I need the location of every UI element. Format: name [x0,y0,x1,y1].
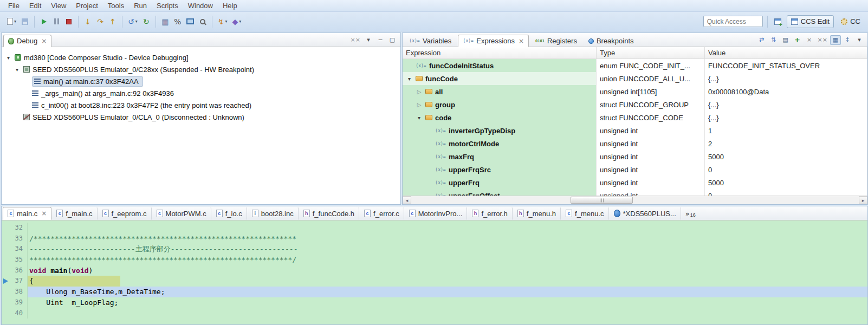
breakpoint-margin[interactable] [2,244,10,255]
expression-row[interactable]: (x)=motorCtrlModeunsigned int2 [403,137,867,150]
tree-collapse-arrow-icon[interactable]: ▾ [14,67,21,73]
expression-row[interactable]: ▷allunsigned int[1105]0x00008100@Data [403,85,867,98]
breakpoint-margin[interactable] [2,255,10,265]
view-menu-button[interactable]: ▾ [854,35,865,45]
tree-expand-arrow-icon[interactable]: ▷ [416,102,423,108]
menu-view[interactable]: View [46,1,71,11]
expression-row[interactable]: ▾funcCodeunion FUNCCODE_ALL_U...{...} [403,72,867,85]
menu-project[interactable]: Project [71,1,102,11]
close-icon[interactable]: × [41,37,47,45]
editor-tab-main-c[interactable]: cmain.c× [3,207,51,220]
expression-row[interactable]: (x)=funcCodeInitStatusenum FUNC_CODE_INI… [403,59,867,72]
expression-row[interactable]: ▾codestruct FUNCCODE_CODE{...} [403,111,867,124]
reset-cpu-button[interactable]: ↺▾ [126,15,140,28]
editor-tab-f-eeprom-c[interactable]: cf_eeprom.c [98,207,152,220]
tab-expressions[interactable]: (x)=Expressions× [458,35,529,47]
breakpoint-margin[interactable] [2,297,10,308]
editor-tab-f-menu-c[interactable]: cf_menu.c [561,207,608,220]
perspective-ccs-edit-button[interactable]: CCS Edit [787,15,834,28]
editor-tab-f-main-c[interactable]: cf_main.c [51,207,97,220]
close-icon[interactable]: × [41,210,47,217]
view-menu-button[interactable]: ▾ [363,35,374,45]
zoom-button[interactable] [197,15,209,28]
debug-tree-item[interactable]: ▾md380 [Code Composer Studio - Device De… [2,51,400,63]
memory-view-button[interactable]: ▦ [159,15,171,28]
step-into-button[interactable]: ↓ [82,15,94,28]
open-perspective-button[interactable] [772,15,784,28]
step-return-button[interactable]: ↑ [107,15,119,28]
new-file-button[interactable]: ▾ [5,15,18,28]
breakpoint-margin[interactable] [2,276,10,287]
scrollbar-thumb[interactable] [571,197,633,204]
debug-tree-item[interactable]: ▾SEED XDS560PLUS Emulator_0/C28xx (Suspe… [2,63,400,75]
editor-tab-motorinvpro-[interactable]: cMotorInvPro... [404,207,468,220]
editor-tab-motorpwm-c[interactable]: cMotorPWM.c [152,207,211,220]
menu-tools[interactable]: Tools [103,1,129,11]
scroll-left-button[interactable]: ◂ [403,196,411,204]
column-header-expression[interactable]: Expression [403,47,597,58]
editor-tab-f-io-c[interactable]: cf_io.c [211,207,247,220]
code-line[interactable]: 36void main(void) [2,265,867,276]
column-header-value[interactable]: Value [705,47,867,58]
save-button[interactable] [19,15,31,28]
remove-expression-button[interactable]: × [804,35,815,45]
code-line[interactable]: 39 Uint m_LoopFlag; [2,297,867,308]
menu-run[interactable]: Run [129,1,152,11]
breakpoint-margin[interactable] [2,287,10,297]
step-over-button[interactable]: ↷ [94,15,106,28]
code-line[interactable]: 33/*************************************… [2,233,867,244]
code-line[interactable]: 40 [2,308,867,319]
breakpoint-margin[interactable] [2,265,10,276]
editor-tab-boot28-inc[interactable]: iboot28.inc [247,207,299,220]
quick-access-input[interactable] [703,16,763,27]
screen-capture-button[interactable] [184,15,196,28]
editor-tab-f-funccode-h[interactable]: hf_funcCode.h [299,207,359,220]
remove-all-terminated-button[interactable]: ×× [349,35,362,45]
profile-button[interactable]: % [172,15,184,28]
debug-tree-item[interactable]: c_int00() at boot28.inc:223 0x3F47F2 (th… [2,99,400,111]
suspend-button[interactable] [50,15,62,28]
breakpoint-margin[interactable] [2,308,10,319]
debug-tree-item[interactable]: _args_main() at args_main.c:92 0x3F4936 [2,87,400,99]
debug-tree-item[interactable]: SEED XDS560PLUS Emulator_0/CLA_0 (Discon… [2,111,400,123]
breakpoint-margin[interactable] [2,233,10,244]
close-icon[interactable]: × [519,37,524,45]
menu-edit[interactable]: Edit [24,1,46,11]
code-line[interactable]: 37{ [2,276,867,287]
perspective-ccs-debug-button-clipped[interactable]: CC [837,15,865,28]
collapse-all-button[interactable]: ▤ [780,35,791,45]
menu-help[interactable]: Help [218,1,242,11]
tree-expand-arrow-icon[interactable]: ▷ [416,89,423,95]
maximize-button[interactable]: ▢ [387,35,398,45]
minimize-button[interactable]: − [375,35,386,45]
editor-tab-f-error-c[interactable]: cf_error.c [359,207,404,220]
tab-overflow-indicator[interactable]: »16 [685,210,696,220]
tree-collapse-arrow-icon[interactable]: ▾ [5,55,12,61]
menu-scripts[interactable]: Scripts [152,1,183,11]
tab-registers[interactable]: 0101Registers [530,35,582,47]
expression-row[interactable]: (x)=upperFrqSrcunsigned int0 [403,163,867,176]
editor-tab-f-menu-h[interactable]: hf_menu.h [513,207,561,220]
tree-collapse-arrow-icon[interactable]: ▾ [416,115,423,121]
menu-window[interactable]: Window [183,1,218,11]
add-expression-button[interactable]: + [792,35,803,45]
tab-breakpoints[interactable]: Breakpoints [584,35,639,47]
expression-row[interactable]: (x)=upperFrqunsigned int5000 [403,176,867,189]
show-details-pane-button[interactable]: ▦ [830,35,841,45]
show-type-names-button[interactable]: ⇄ [756,35,767,45]
horizontal-scrollbar[interactable]: ◂ ▸ [403,196,867,204]
tools-button[interactable]: ◆▾ [230,15,244,28]
column-header-type[interactable]: Type [597,47,705,58]
expression-row[interactable]: (x)=upperFrqOffsetunsigned int0 [403,189,867,196]
debug-tree-item[interactable]: main() at main.c:37 0x3F42AA [2,75,400,87]
expression-row[interactable]: (x)=maxFrqunsigned int5000 [403,150,867,163]
tab-debug[interactable]: Debug × [3,35,51,47]
code-line[interactable]: 34-------------------------主程序部分--------… [2,244,867,255]
restart-button[interactable]: ↻ [140,15,152,28]
code-line[interactable]: 35**************************************… [2,255,867,265]
editor-tab--xds560plus-[interactable]: *XDS560PLUS... [609,207,681,220]
tab-variables[interactable]: (x)=Variables [404,35,456,47]
navigate-columns-button[interactable]: ↕ [842,35,853,45]
remove-all-expressions-button[interactable]: ×× [816,35,829,45]
code-line[interactable]: 32 [2,223,867,233]
